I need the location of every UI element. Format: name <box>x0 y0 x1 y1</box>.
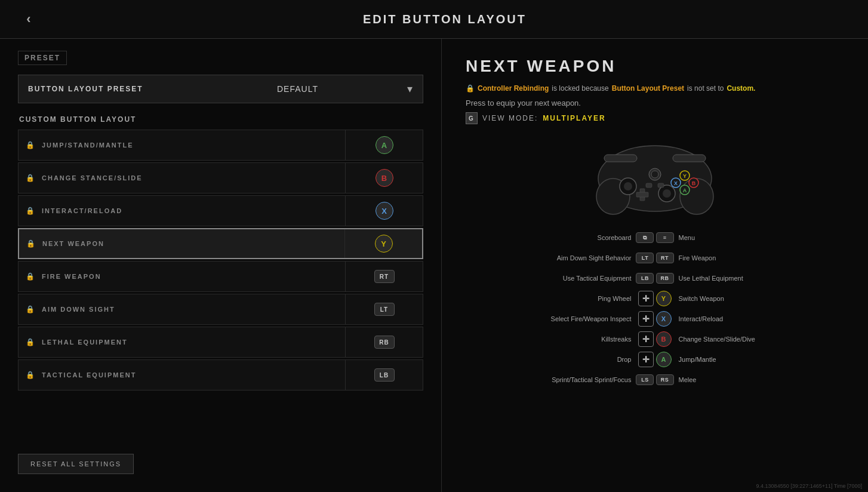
back-button[interactable]: ‹ <box>18 8 39 30</box>
page-title: EDIT BUTTON LAYOUT <box>39 13 850 26</box>
preset-row[interactable]: BUTTON LAYOUT PRESET DEFAULT ▾ <box>18 75 423 103</box>
x-badge-interact: X <box>656 311 672 327</box>
key-badge-rb: RB <box>374 336 395 349</box>
preset-section-label: PRESET <box>18 51 67 65</box>
map-center-lb-rb: LB RB <box>636 270 673 287</box>
binding-key-next-weapon: Y <box>344 229 422 258</box>
map-label-jump-mantle: Jump/Mantle <box>674 351 840 368</box>
map-label-tactical-equipment: Use Tactical Equipment <box>470 270 636 287</box>
binding-key-tactical-equipment: LB <box>345 360 423 390</box>
key-badge-b: B <box>375 169 393 187</box>
custom-section-label: CUSTOM BUTTON LAYOUT <box>18 115 423 124</box>
controller-mappings: Scoreboard ⧉ ≡ Menu Aim Down Sight Behav… <box>470 229 840 388</box>
controller-rebinding-label: Controller Rebinding <box>478 84 549 93</box>
binding-key-lethal-equipment: RB <box>345 327 423 357</box>
view-mode-value: MULTIPLAYER <box>543 114 605 122</box>
lt-badge: LT <box>636 253 654 263</box>
view-mode-row: G VIEW MODE: MULTIPLAYER <box>466 112 844 124</box>
binding-name-next-weapon: NEXT WEAPON <box>42 240 344 247</box>
key-badge-lt: LT <box>374 303 395 316</box>
map-label-lethal-equipment: Use Lethal Equipment <box>674 270 840 287</box>
map-center-ls-rs: LS RS <box>636 371 673 388</box>
svg-rect-22 <box>658 183 664 187</box>
rb-badge: RB <box>656 273 674 284</box>
key-badge-lb: LB <box>374 368 395 382</box>
map-label-ping-wheel: Ping Wheel <box>470 290 636 307</box>
lock-notice-mid2: is not set to <box>687 84 724 93</box>
binding-name-fire-weapon: FIRE WEAPON <box>42 273 345 280</box>
map-center-killstreaks: ✛ B <box>636 331 673 348</box>
right-panel: NEXT WEAPON 🔒 Controller Rebinding is lo… <box>442 39 868 492</box>
map-label-killstreaks: Killstreaks <box>470 331 636 348</box>
binding-key-interact: X <box>345 196 423 226</box>
map-center-lt-rt: LT RT <box>636 250 673 266</box>
lock-icon-interact: 🔒 <box>19 207 42 215</box>
dropdown-arrow-icon: ▾ <box>407 82 413 96</box>
binding-row-interact[interactable]: 🔒 INTERACT/RELOAD X <box>18 195 423 226</box>
binding-name-aim-down-sight: AIM DOWN SIGHT <box>42 306 345 313</box>
map-label-scoreboard: Scoreboard <box>470 229 636 246</box>
binding-row-fire-weapon[interactable]: 🔒 FIRE WEAPON RT <box>18 261 423 292</box>
lock-icon-change-stance: 🔒 <box>19 174 42 182</box>
key-badge-a: A <box>375 136 393 154</box>
map-label-switch-weapon: Switch Weapon <box>674 290 840 307</box>
map-label-sprint: Sprint/Tactical Sprint/Focus <box>470 371 636 388</box>
g-badge: G <box>466 112 478 124</box>
svg-rect-3 <box>604 155 637 162</box>
binding-row-next-weapon[interactable]: 🔒 NEXT WEAPON Y <box>18 228 423 259</box>
map-label-change-stance: Change Stance/Slide/Dive <box>674 331 840 348</box>
map-label-fire-weapon: Fire Weapon <box>674 250 840 266</box>
binding-row-change-stance[interactable]: 🔒 CHANGE STANCE/SLIDE B <box>18 162 423 193</box>
lock-icon-fire-weapon: 🔒 <box>19 272 42 281</box>
lock-icon-aim-down-sight: 🔒 <box>19 305 42 313</box>
ls-badge: LS <box>636 374 654 385</box>
binding-name-change-stance: CHANGE STANCE/SLIDE <box>42 174 345 182</box>
dpad-left-badge: ✛ <box>638 291 654 306</box>
right-title: NEXT WEAPON <box>466 57 844 76</box>
menu-label: Menu <box>679 229 695 246</box>
debug-info: 9.4.13084550 [39:227:1465+11] Time [7000… <box>756 483 862 489</box>
lock-notice: 🔒 Controller Rebinding is locked because… <box>466 84 844 93</box>
svg-text:B: B <box>692 180 696 186</box>
lock-symbol-icon: 🔒 <box>466 84 475 93</box>
map-center-scoreboard: ⧉ ≡ <box>636 229 673 246</box>
rt-badge: RT <box>656 253 674 263</box>
binding-row-tactical-equipment[interactable]: 🔒 TACTICAL EQUIPMENT LB <box>18 359 423 390</box>
preset-label: BUTTON LAYOUT PRESET <box>19 85 267 93</box>
binding-row-aim-down-sight[interactable]: 🔒 AIM DOWN SIGHT LT <box>18 294 423 325</box>
lock-notice-mid: is locked because <box>552 84 608 93</box>
bindings-list: 🔒 JUMP/STAND/MANTLE A 🔒 CHANGE STANCE/SL… <box>18 130 423 390</box>
main-content: PRESET BUTTON LAYOUT PRESET DEFAULT ▾ CU… <box>0 39 868 492</box>
map-label-interact-reload: Interact/Reload <box>674 310 840 327</box>
lb-badge: LB <box>636 273 654 284</box>
key-badge-y: Y <box>375 235 393 253</box>
key-badge-x: X <box>375 202 393 220</box>
y-badge-switch: Y <box>656 291 672 306</box>
svg-point-12 <box>651 171 658 178</box>
lock-icon-next-weapon: 🔒 <box>19 239 42 248</box>
dpad-drop-badge: ✛ <box>638 352 654 367</box>
svg-point-6 <box>624 182 632 190</box>
svg-rect-10 <box>636 192 648 197</box>
binding-name-interact: INTERACT/RELOAD <box>42 207 345 214</box>
key-badge-rt: RT <box>374 270 395 283</box>
svg-rect-21 <box>646 183 652 187</box>
binding-name-tactical-equipment: TACTICAL EQUIPMENT <box>42 371 345 379</box>
map-label-drop: Drop <box>470 351 636 368</box>
svg-text:A: A <box>683 187 687 193</box>
map-label-select-fire: Select Fire/Weapon Inspect <box>470 310 636 327</box>
press-desc: Press to equip your next weapon. <box>466 99 844 107</box>
binding-row-jump[interactable]: 🔒 JUMP/STAND/MANTLE A <box>18 130 423 161</box>
a-badge-jump: A <box>656 352 672 367</box>
preset-current-value: DEFAULT <box>277 84 318 94</box>
reset-all-settings-button[interactable]: RESET ALL SETTINGS <box>18 454 134 474</box>
map-center-ping-switch: ✛ Y <box>636 290 673 307</box>
b-badge-change: B <box>656 331 672 347</box>
binding-name-lethal-equipment: LETHAL EQUIPMENT <box>42 339 345 346</box>
binding-key-fire-weapon: RT <box>345 262 423 291</box>
map-label-melee: Melee <box>674 371 840 388</box>
binding-row-lethal-equipment[interactable]: 🔒 LETHAL EQUIPMENT RB <box>18 327 423 358</box>
left-panel: PRESET BUTTON LAYOUT PRESET DEFAULT ▾ CU… <box>0 39 442 492</box>
svg-point-8 <box>663 189 671 198</box>
map-center-select-interact: ✛ X <box>636 310 673 327</box>
